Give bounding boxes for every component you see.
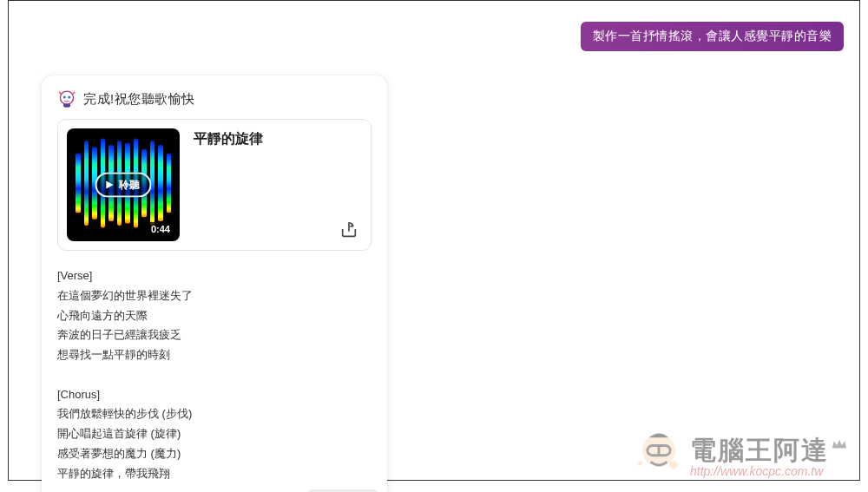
svg-rect-5 [648,446,670,456]
lyrics-block: [Verse] 在這個夢幻的世界裡迷失了 心飛向遠方的天際 奔波的日子已經讓我疲… [57,266,372,483]
user-message-text: 製作一首抒情搖滾，會讓人感覺平靜的音樂 [593,29,832,43]
watermark: 電腦王阿達 http://www.kocpc.com.tw [633,426,847,478]
assistant-response-card: 完成!祝您聽歌愉快 聆聽 0:44 平靜的旋律 [42,75,387,492]
chat-frame: 製作一首抒情搖滾，會讓人感覺平靜的音樂 完成!祝您聽歌愉快 [8,0,860,481]
watermark-mascot-icon [633,426,685,478]
play-label: 聆聽 [119,178,140,193]
svg-point-2 [68,95,70,98]
watermark-url: http://www.kocpc.com.tw [690,465,847,478]
svg-point-7 [669,461,677,469]
svg-point-1 [63,95,66,98]
assistant-icon [57,89,76,108]
play-icon [105,180,115,190]
duration-badge: 0:44 [147,222,174,236]
watermark-title: 電腦王阿達 [690,436,829,464]
svg-point-4 [642,434,675,467]
share-icon [339,220,358,239]
song-card: 聆聽 0:44 平靜的旋律 [57,119,372,251]
user-message-bubble: 製作一首抒情搖滾，會讓人感覺平靜的音樂 [581,22,845,51]
song-title: 平靜的旋律 [194,128,263,241]
assistant-header-text: 完成!祝您聽歌愉快 [83,91,195,108]
crown-icon [832,438,847,450]
svg-rect-3 [63,104,70,108]
album-art[interactable]: 聆聽 0:44 [67,128,180,241]
svg-point-0 [60,91,73,104]
play-button[interactable]: 聆聽 [95,173,152,198]
share-button[interactable] [338,219,360,241]
assistant-header: 完成!祝您聽歌愉快 [57,89,372,108]
